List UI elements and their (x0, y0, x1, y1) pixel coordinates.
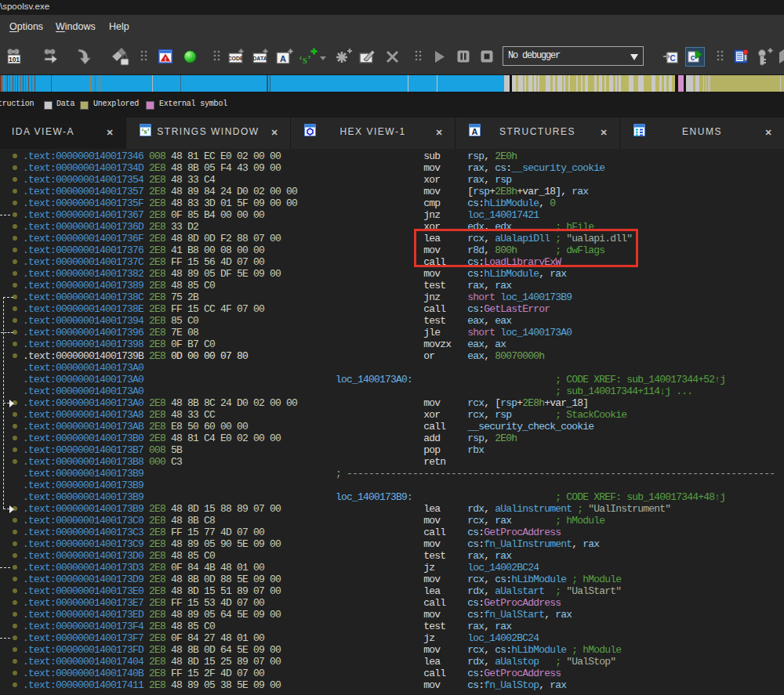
svg-text:A: A (280, 54, 286, 63)
svg-text:!: ! (165, 56, 167, 63)
svg-text:‘s’: ‘s’ (299, 53, 311, 66)
svg-text:101: 101 (9, 56, 20, 63)
svg-text:c: c (691, 53, 695, 62)
svg-text:DATA: DATA (252, 56, 267, 61)
svg-text:C: C (670, 54, 675, 63)
svg-text:CODE: CODE (228, 56, 244, 61)
